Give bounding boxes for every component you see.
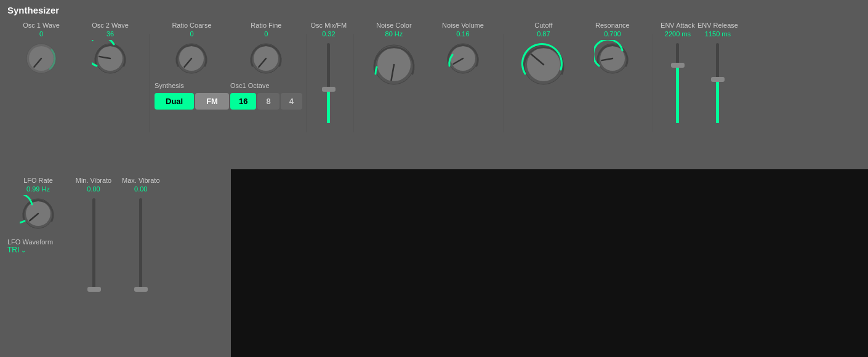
maxvibrato-value: 0.00: [134, 185, 147, 193]
minvibrato-value: 0.00: [87, 185, 100, 193]
noisecolor-group: Noise Color 80 Hz: [360, 22, 428, 89]
osc2wave-group: Osc 2 Wave 36: [76, 22, 144, 77]
envrelease-slider-fill: [716, 79, 719, 124]
cutoff-label: Cutoff: [534, 22, 552, 29]
synthesis-section: Synthesis Dual FM: [155, 82, 229, 110]
osc1octave-4-btn[interactable]: 4: [281, 93, 302, 110]
minvibrato-label: Min. Vibrato: [76, 177, 112, 184]
ratiofine-group: Ratio Fine 0 Osc1 Octave 16 8 4: [230, 22, 302, 110]
osc1octave-buttons: 16 8 4: [230, 93, 302, 110]
envattack-slider-fill: [676, 65, 679, 123]
oscmixfm-slider-fill: [327, 89, 330, 123]
osc1octave-16-btn[interactable]: 16: [230, 93, 256, 110]
oscmixfm-value: 0.32: [322, 30, 335, 38]
minvibrato-slider-thumb[interactable]: [87, 287, 101, 292]
envattack-group: ENV Attack 2200 ms: [659, 22, 696, 126]
noisecolor-value: 80 Hz: [385, 30, 403, 38]
osc1octave-8-btn[interactable]: 8: [257, 93, 279, 110]
synthesis-fm-btn[interactable]: FM: [195, 93, 229, 110]
osc2wave-knob[interactable]: [92, 40, 129, 77]
lfo-waveform-label: LFO Waveform: [7, 238, 53, 246]
minvibrato-group: Min. Vibrato 0.00: [75, 177, 112, 294]
maxvibrato-slider-track: [139, 198, 142, 291]
osc1wave-value: 0: [39, 30, 43, 38]
oscmixfm-group: Osc Mix/FM 0.32: [310, 22, 347, 126]
envattack-slider-thumb[interactable]: [671, 63, 685, 68]
osc2wave-value: 36: [106, 30, 114, 38]
ratiofine-knob[interactable]: [247, 40, 284, 77]
synthesis-buttons: Dual FM: [155, 93, 229, 110]
lforate-knob[interactable]: [20, 195, 57, 232]
minvibrato-slider-track: [92, 198, 95, 291]
osc1octave-label: Osc1 Octave: [230, 82, 302, 89]
minvibrato-slider-container: [92, 195, 95, 294]
maxvibrato-slider-container: [139, 195, 142, 294]
cutoff-value: 0.87: [537, 30, 550, 38]
noisecolor-label: Noise Color: [376, 22, 411, 29]
oscmixfm-slider-container: [327, 40, 330, 126]
divider-1: [149, 34, 150, 132]
osc1wave-group: Osc 1 Wave 0: [7, 22, 75, 77]
cutoff-group: Cutoff 0.87: [510, 22, 577, 89]
ratiofine-label: Ratio Fine: [251, 22, 281, 29]
envrelease-slider-track: [716, 43, 719, 123]
resonance-group: Resonance 0.700: [579, 22, 646, 77]
lforate-section: LFO Rate 0.99 Hz LFO Waveform TRI ⌄: [7, 177, 69, 254]
bottom-left-panel: LFO Rate 0.99 Hz LFO Waveform TRI ⌄: [0, 169, 231, 357]
lfo-waveform-section: LFO Waveform TRI ⌄: [7, 238, 53, 254]
app-title: Synthesizer: [7, 5, 861, 15]
envrelease-group: ENV Release 1150 ms: [697, 22, 738, 126]
lforate-label: LFO Rate: [23, 177, 53, 184]
lfo-waveform-value-text: TRI: [7, 246, 19, 254]
lforate-value: 0.99 Hz: [26, 185, 50, 193]
maxvibrato-label: Max. Vibrato: [122, 177, 160, 184]
envrelease-value: 1150 ms: [705, 30, 731, 38]
bottom-area: LFO Rate 0.99 Hz LFO Waveform TRI ⌄: [0, 169, 868, 357]
ratiocoarse-label: Ratio Coarse: [172, 22, 211, 29]
ratiofine-value: 0: [264, 30, 268, 38]
envrelease-slider-container: [716, 40, 719, 126]
osc1octave-section: Osc1 Octave 16 8 4: [230, 82, 302, 110]
oscmixfm-label: Osc Mix/FM: [311, 22, 347, 29]
bottom-right-panel: [231, 169, 868, 357]
noisecolor-knob[interactable]: [369, 40, 419, 89]
envattack-slider-container: [676, 40, 679, 126]
divider-3: [353, 34, 354, 132]
envattack-value: 2200 ms: [665, 30, 691, 38]
noisevolume-knob[interactable]: [444, 40, 481, 77]
dropdown-arrow-icon: ⌄: [21, 247, 26, 254]
oscmixfm-slider-track: [327, 43, 330, 123]
noisevolume-value: 0.16: [456, 30, 469, 38]
resonance-value: 0.700: [604, 30, 621, 38]
envrelease-label: ENV Release: [697, 22, 738, 29]
lfo-waveform-selector[interactable]: TRI ⌄: [7, 246, 26, 254]
divider-2: [306, 34, 307, 132]
maxvibrato-group: Max. Vibrato 0.00: [122, 177, 160, 294]
osc2wave-label: Osc 2 Wave: [92, 22, 129, 29]
cutoff-knob[interactable]: [519, 40, 568, 89]
noisevolume-group: Noise Volume 0.16: [429, 22, 497, 77]
ratiocoarse-value: 0: [190, 30, 193, 38]
envattack-slider-track: [676, 43, 679, 123]
ratiocoarse-knob[interactable]: [173, 40, 210, 77]
divider-4: [503, 34, 504, 132]
synthesis-label: Synthesis: [155, 82, 229, 89]
maxvibrato-slider-thumb[interactable]: [134, 287, 148, 292]
envattack-label: ENV Attack: [661, 22, 695, 29]
envrelease-slider-thumb[interactable]: [711, 77, 725, 82]
oscmixfm-slider-thumb[interactable]: [322, 87, 336, 92]
osc1wave-label: Osc 1 Wave: [23, 22, 60, 29]
resonance-knob[interactable]: [594, 40, 631, 77]
synthesis-dual-btn[interactable]: Dual: [155, 93, 194, 110]
top-panel: Synthesizer Osc 1 Wave 0 Osc 2 Wave 36: [0, 0, 868, 169]
noisevolume-label: Noise Volume: [442, 22, 484, 29]
ratiocoarse-group: Ratio Coarse 0 Synthesis Dual FM: [155, 22, 229, 110]
main-controls: Osc 1 Wave 0 Osc 2 Wave 36: [7, 22, 861, 132]
osc1wave-knob[interactable]: [23, 40, 60, 77]
divider-5: [653, 34, 653, 132]
resonance-label: Resonance: [595, 22, 630, 29]
